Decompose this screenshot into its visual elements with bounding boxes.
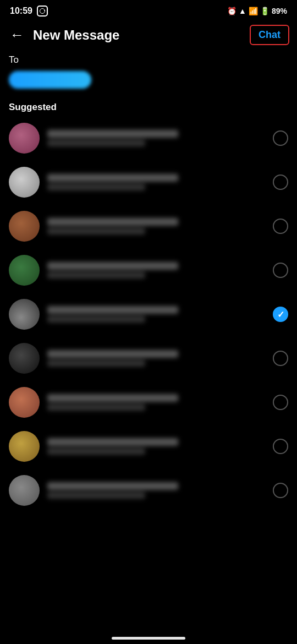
battery-icon: 🔋 — [260, 7, 270, 15]
home-indicator — [112, 637, 185, 640]
select-radio[interactable] — [273, 174, 288, 190]
to-label: To — [9, 54, 288, 66]
avatar — [9, 299, 40, 330]
contact-name — [47, 130, 178, 138]
contact-sub — [47, 140, 145, 146]
contact-name — [47, 350, 178, 358]
contact-sub — [47, 228, 145, 234]
contact-sub — [47, 492, 145, 499]
avatar — [9, 211, 40, 242]
avatar — [9, 343, 40, 374]
chat-button[interactable]: Chat — [250, 25, 289, 45]
contact-info — [47, 350, 265, 367]
list-item[interactable] — [0, 248, 297, 292]
recipient-pill[interactable] — [9, 71, 91, 89]
contact-sub — [47, 316, 145, 323]
signal-icon: 📶 — [249, 7, 258, 15]
contact-name — [47, 394, 178, 402]
avatar — [9, 431, 40, 462]
page-title: New Message — [33, 28, 243, 43]
status-bar: 10:59 ⏰ ▲ 📶 🔋 89% — [0, 0, 297, 20]
avatar — [9, 387, 40, 418]
list-item[interactable] — [0, 292, 297, 336]
list-item[interactable] — [0, 116, 297, 160]
select-radio[interactable] — [273, 351, 288, 366]
contact-name — [47, 482, 178, 490]
header: ← New Message Chat — [0, 20, 297, 51]
back-button[interactable]: ← — [8, 24, 26, 46]
select-radio[interactable] — [273, 483, 288, 498]
select-radio-checked[interactable] — [273, 307, 288, 322]
contact-info — [47, 262, 265, 279]
battery-percent: 89% — [272, 7, 287, 15]
contact-sub — [47, 272, 145, 279]
status-right: ⏰ ▲ 📶 🔋 89% — [227, 7, 287, 15]
contact-info — [47, 438, 265, 455]
avatar — [9, 255, 40, 286]
avatar — [9, 123, 40, 154]
contact-name — [47, 174, 178, 182]
status-left: 10:59 — [10, 6, 48, 17]
avatar — [9, 475, 40, 506]
contact-sub — [47, 184, 145, 190]
contact-info — [47, 218, 265, 234]
contact-name — [47, 306, 178, 314]
contact-info — [47, 306, 265, 323]
list-item[interactable] — [0, 160, 297, 204]
list-item[interactable] — [0, 336, 297, 380]
status-time: 10:59 — [10, 6, 32, 16]
contact-sub — [47, 360, 145, 367]
list-item[interactable] — [0, 468, 297, 512]
contact-sub — [47, 448, 145, 455]
contact-info — [47, 174, 265, 190]
to-section: To — [0, 51, 297, 96]
instagram-icon — [37, 6, 48, 17]
suggested-label: Suggested — [0, 96, 297, 116]
select-radio[interactable] — [273, 130, 288, 146]
contact-name — [47, 262, 178, 270]
contact-info — [47, 394, 265, 411]
wifi-icon: ▲ — [239, 7, 246, 15]
contact-info — [47, 482, 265, 499]
select-radio[interactable] — [273, 219, 288, 234]
select-radio[interactable] — [273, 439, 288, 454]
contact-info — [47, 130, 265, 146]
list-item[interactable] — [0, 204, 297, 248]
avatar — [9, 167, 40, 198]
contact-name — [47, 218, 178, 226]
select-radio[interactable] — [273, 263, 288, 278]
contact-name — [47, 438, 178, 446]
contact-sub — [47, 404, 145, 411]
contact-list — [0, 116, 297, 512]
list-item[interactable] — [0, 380, 297, 424]
alarm-icon: ⏰ — [227, 7, 237, 15]
list-item[interactable] — [0, 424, 297, 468]
select-radio[interactable] — [273, 395, 288, 410]
